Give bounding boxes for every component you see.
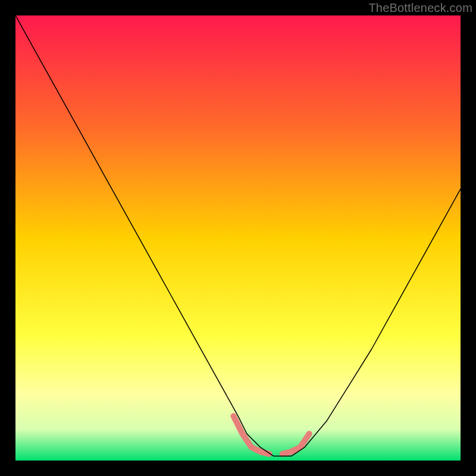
watermark-text: TheBottleneck.com [368, 1, 472, 15]
chart-canvas [15, 15, 461, 461]
chart-frame [15, 15, 461, 461]
gradient-background [15, 15, 461, 461]
